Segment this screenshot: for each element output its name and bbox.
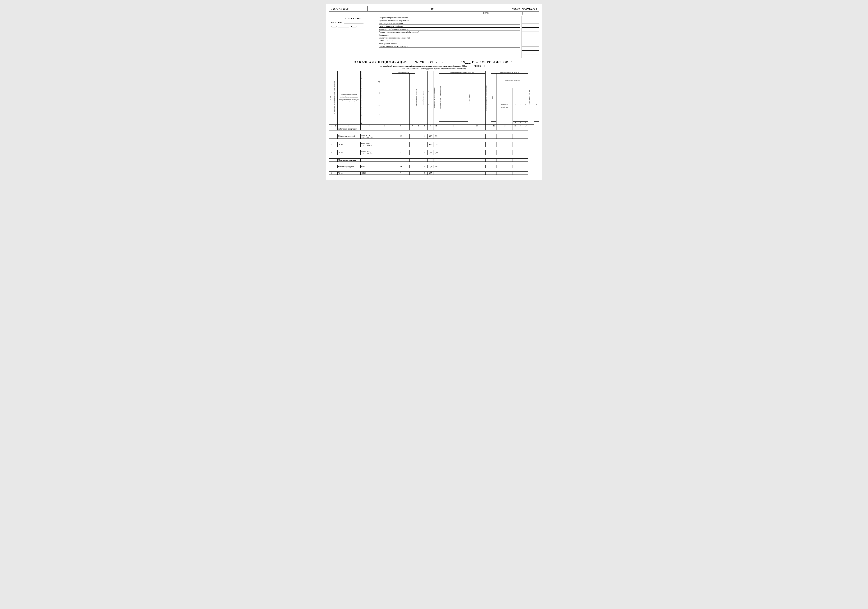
date-line: « » 19 г. — [331, 25, 375, 28]
row-total — [485, 142, 491, 147]
cn-4: 4 — [360, 124, 378, 127]
row-type: КВВГ 4х1,5ГОСТ 1508-78Е — [360, 134, 378, 138]
row-code — [415, 134, 422, 138]
row-type: КВВБГ 27х1,5ГОСТ 1508-78Е — [360, 150, 378, 155]
cn-1: 1 — [329, 124, 333, 127]
row-unit: " — [392, 150, 409, 155]
row-q3 — [518, 172, 523, 175]
section-col1 — [329, 158, 333, 161]
row-vsego — [491, 142, 496, 147]
row-complex: I,27 — [433, 142, 439, 147]
row-code — [415, 150, 422, 155]
row-expected — [439, 172, 468, 175]
utv-title: УТВЕРЖДАЮ: — [331, 17, 375, 19]
row-name: То же — [338, 142, 360, 147]
cn-16: 16 — [496, 124, 513, 127]
field-label: Министерство (ведомство)–заказчик — [379, 28, 444, 30]
row-unit-code — [409, 150, 415, 155]
field-label: Главное управление министерства (объедин… — [379, 31, 444, 33]
row-vsego — [491, 150, 496, 155]
table-header-row-1: № п. п. № позиции по тех-нологической сх… — [329, 71, 539, 74]
row-need: 3 — [422, 150, 428, 155]
row-price: I,42 — [428, 150, 433, 155]
row-pos — [333, 142, 338, 147]
row-need: I5 — [422, 142, 428, 147]
row-q4 — [523, 165, 528, 168]
spacer-row — [329, 175, 539, 178]
col-header-q1: I — [513, 88, 518, 122]
field-label: Проектная организация–разработчик — [379, 20, 444, 22]
table-body: Кабельная продукция I Кабель контрольный — [329, 127, 539, 178]
row-pos — [333, 172, 338, 175]
row-total — [485, 165, 491, 168]
row-num: I — [329, 134, 333, 138]
field-label: ГУМТС (УМТС) — [379, 40, 444, 42]
row-type: КШ 20 — [360, 172, 378, 175]
row-q3 — [518, 150, 523, 155]
row-name: То же — [338, 172, 360, 175]
row-expected — [439, 165, 468, 168]
row-num: 2 — [329, 172, 333, 175]
cn-19: 19 — [523, 124, 528, 127]
row-q4 — [523, 150, 528, 155]
col-header-4: Тип и марка оборудования; № чертежа; № о… — [360, 71, 378, 124]
field-srok: Срок ввода объекта в эксплуатацию — [379, 45, 520, 48]
field-otrasl: Отрасль народного хозяйства — [379, 25, 520, 28]
row-q1 — [496, 142, 513, 147]
row-q1 — [496, 134, 513, 138]
row-price: 2,0 — [428, 165, 433, 168]
field-proj-org: Проектная организация–разработчик — [379, 20, 520, 22]
row-vsego — [491, 165, 496, 168]
row-unit: М — [392, 134, 409, 138]
col-header-19: Стоимость всего, тыс. руб. — [528, 71, 534, 124]
field-label: Комплектующая организация — [379, 22, 444, 25]
spec-sub-main: на на кабелей и монтажных изделий средст… — [331, 65, 537, 67]
row-unit-code — [409, 142, 415, 147]
row-maker — [378, 150, 392, 155]
page-number: 60 — [367, 7, 497, 10]
row-q2 — [513, 165, 518, 168]
cn-12: 12 — [439, 124, 468, 127]
spacer-row — [329, 138, 539, 142]
col-header-quarter: Принятая потребность на 19__ г. — [491, 71, 528, 74]
row-stock — [468, 134, 485, 138]
col-header-quarter-sub: в том числе по кварталам — [496, 74, 528, 88]
row-q2 — [513, 172, 518, 175]
utv-block: УТВЕРЖДАЮ: НАЧАЛЬНИК « » 19 г. — [329, 16, 377, 58]
row-name: Фитинг проходной — [338, 165, 360, 168]
row-pos — [333, 150, 338, 155]
main-table: № п. п. № позиции по тех-нологической сх… — [329, 71, 539, 178]
table-row: I Фитинг проходной КШ 40 шт I 2,0 2,0 — [329, 165, 539, 168]
row-unit: " — [392, 172, 409, 175]
row-q3 — [518, 142, 523, 147]
table-row: Монтажные изделия — [329, 158, 539, 161]
row-stock — [468, 165, 485, 168]
section-label: Кабельная продукция — [338, 127, 360, 130]
row-code — [415, 172, 422, 175]
section-col1 — [329, 127, 333, 130]
row-need: I — [422, 165, 428, 168]
col-header-11: Потребность на пусковой комплекс — [433, 71, 439, 124]
row-total — [485, 172, 491, 175]
cn-11: 11 — [433, 124, 439, 127]
spacer-row — [329, 130, 539, 134]
codes-row: КОДЫ — [329, 11, 539, 15]
row-stock — [468, 150, 485, 155]
spacer-row — [329, 168, 539, 172]
col-header-10: Цена единицы, тыс. руб. — [428, 71, 433, 124]
spacer-row — [329, 161, 539, 165]
field-glavnoe: Главное управление министерства (объедин… — [379, 31, 520, 33]
row-price: 0,85 — [428, 142, 433, 147]
org-section: УТВЕРЖДАЮ: НАЧАЛЬНИК « » 19 г. Генеральн… — [329, 15, 539, 59]
spec-main-title: ЗАКАЗНАЯ СПЕЦИФИКАЦИЯ № 28 ОТ « » 19___ … — [331, 60, 537, 64]
row-complex: 3,5 — [433, 134, 439, 138]
col-header-1: № п. п. — [329, 71, 333, 124]
row-need: I5 — [422, 134, 428, 138]
cn-9: 9 — [422, 124, 428, 127]
col-header-9: Потребность по проекту — [422, 71, 428, 124]
row-unit: шт — [392, 165, 409, 168]
field-label: Генеральная проектная организация — [379, 17, 444, 19]
row-expected — [439, 150, 468, 155]
page: Т.п 704.1-150с 60 7798/10 ФОРМА № 8 КОДЫ… — [326, 4, 542, 180]
row-q4 — [523, 134, 528, 138]
